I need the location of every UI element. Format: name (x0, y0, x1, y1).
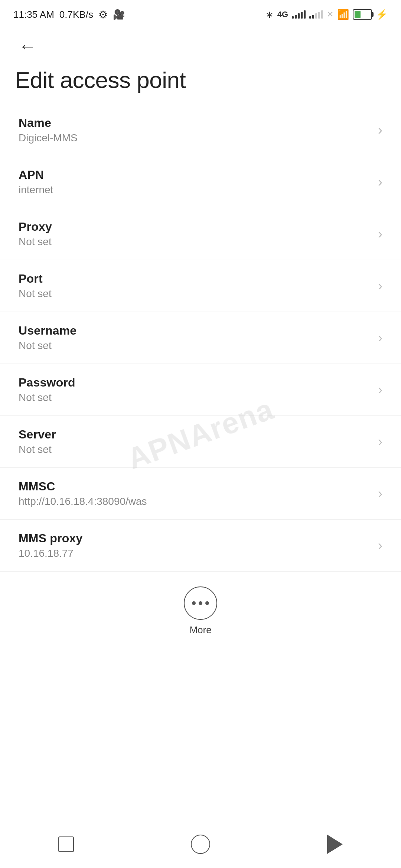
item-text-mmsc: MMSC http://10.16.18.4:38090/was (19, 480, 371, 507)
settings-item-server[interactable]: Server Not set › (0, 416, 401, 468)
item-text-name: Name Digicel-MMS (19, 116, 371, 144)
item-label-password: Password (19, 376, 371, 389)
status-right: ∗ 4G ✕ 📶 ⚡ (265, 9, 388, 20)
item-value-name: Digicel-MMS (19, 132, 371, 144)
status-bar: 11:35 AM 0.7KB/s ⚙ 🎥 ∗ 4G ✕ 📶 ⚡ (0, 0, 401, 26)
back-arrow-icon: ← (19, 37, 36, 55)
item-value-username: Not set (19, 340, 371, 352)
chevron-icon-proxy: › (378, 226, 382, 242)
settings-icon: ⚙ (98, 9, 108, 21)
item-label-port: Port (19, 272, 371, 286)
item-label-mmsc: MMSC (19, 480, 371, 493)
more-button[interactable] (184, 586, 217, 620)
chevron-icon-mms-proxy: › (378, 538, 382, 553)
speed-display: 0.7KB/s (59, 9, 93, 20)
status-left: 11:35 AM 0.7KB/s ⚙ 🎥 (13, 9, 125, 21)
item-value-mmsc: http://10.16.18.4:38090/was (19, 496, 371, 507)
chevron-icon-apn: › (378, 174, 382, 190)
settings-item-username[interactable]: Username Not set › (0, 312, 401, 364)
more-section: More (0, 572, 401, 647)
settings-item-port[interactable]: Port Not set › (0, 260, 401, 312)
more-label: More (189, 624, 211, 636)
nav-recent-button[interactable] (51, 829, 81, 859)
bluetooth-icon: ∗ (265, 9, 274, 20)
wifi-icon: 📶 (337, 9, 349, 20)
chevron-icon-username: › (378, 330, 382, 346)
back-button[interactable]: ← (15, 34, 40, 59)
item-label-apn: APN (19, 168, 371, 182)
chevron-icon-port: › (378, 278, 382, 294)
settings-item-apn[interactable]: APN internet › (0, 156, 401, 208)
chevron-icon-name: › (378, 122, 382, 138)
item-text-apn: APN internet (19, 168, 371, 196)
item-value-mms-proxy: 10.16.18.77 (19, 548, 371, 559)
settings-item-name[interactable]: Name Digicel-MMS › (0, 104, 401, 156)
item-label-server: Server (19, 428, 371, 441)
battery-icon (353, 9, 372, 20)
network-4g-icon: 4G (277, 10, 288, 19)
settings-item-mms-proxy[interactable]: MMS proxy 10.16.18.77 › (0, 520, 401, 572)
nav-home-button[interactable] (183, 827, 218, 861)
settings-item-mmsc[interactable]: MMSC http://10.16.18.4:38090/was › (0, 468, 401, 520)
settings-item-password[interactable]: Password Not set › (0, 364, 401, 416)
nav-bar (0, 820, 401, 868)
signal-bars-2 (309, 10, 323, 19)
item-label-proxy: Proxy (19, 220, 371, 234)
settings-list: Name Digicel-MMS › APN internet › Proxy … (0, 104, 401, 572)
item-value-port: Not set (19, 288, 371, 300)
more-dots-icon (192, 601, 209, 605)
item-value-apn: internet (19, 184, 371, 196)
item-value-proxy: Not set (19, 236, 371, 248)
item-text-username: Username Not set (19, 324, 371, 352)
item-label-mms-proxy: MMS proxy (19, 532, 371, 545)
chevron-icon-password: › (378, 382, 382, 398)
nav-back-button[interactable] (320, 827, 350, 861)
nav-triangle-icon (327, 835, 343, 854)
no-signal-icon: ✕ (327, 10, 333, 19)
item-text-password: Password Not set (19, 376, 371, 404)
nav-square-icon (58, 836, 74, 852)
chevron-icon-server: › (378, 434, 382, 450)
bolt-icon: ⚡ (376, 9, 388, 20)
chevron-icon-mmsc: › (378, 486, 382, 502)
item-label-username: Username (19, 324, 371, 338)
item-text-server: Server Not set (19, 428, 371, 456)
item-text-mms-proxy: MMS proxy 10.16.18.77 (19, 532, 371, 559)
item-value-server: Not set (19, 444, 371, 456)
video-icon: 🎥 (113, 9, 125, 20)
top-bar: ← (0, 26, 401, 59)
item-text-proxy: Proxy Not set (19, 220, 371, 248)
settings-item-proxy[interactable]: Proxy Not set › (0, 208, 401, 260)
item-label-name: Name (19, 116, 371, 130)
nav-circle-icon (191, 835, 210, 854)
time-display: 11:35 AM (13, 9, 54, 20)
item-text-port: Port Not set (19, 272, 371, 300)
page-title: Edit access point (0, 59, 401, 104)
signal-bars-1 (292, 10, 306, 19)
item-value-password: Not set (19, 392, 371, 404)
